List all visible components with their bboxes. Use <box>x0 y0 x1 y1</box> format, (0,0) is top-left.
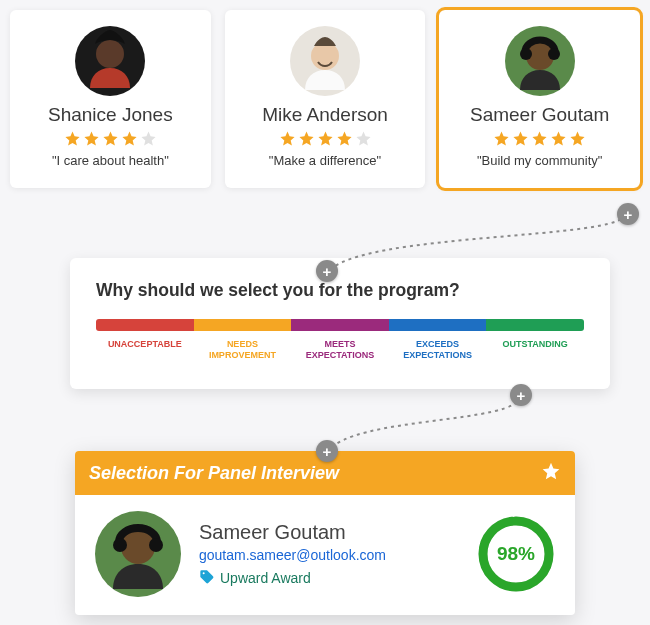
plus-icon: + <box>316 440 338 462</box>
panel-candidate-name: Sameer Goutam <box>199 521 459 544</box>
svg-point-7 <box>548 48 560 60</box>
rating-segment <box>194 319 292 331</box>
star-rating <box>20 130 201 147</box>
star-icon <box>512 130 529 147</box>
rating-segment <box>291 319 389 331</box>
star-icon <box>121 130 138 147</box>
candidate-name: Mike Anderson <box>235 104 416 126</box>
rating-label: MEETSEXPECTATIONS <box>291 337 389 361</box>
star-icon <box>569 130 586 147</box>
award-tag[interactable]: Upward Award <box>199 569 459 588</box>
rating-segment <box>96 319 194 331</box>
candidate-quote: "Build my community" <box>449 153 630 168</box>
rating-segment <box>486 319 584 331</box>
panel-interview-card: Selection For Panel Interview Sameer Gou… <box>75 451 575 615</box>
svg-point-10 <box>113 538 127 552</box>
candidate-quote: "I care about health" <box>20 153 201 168</box>
star-icon <box>531 130 548 147</box>
star-icon <box>83 130 100 147</box>
star-rating <box>235 130 416 147</box>
score-ring: 98% <box>477 515 555 593</box>
candidate-card[interactable]: Shanice Jones "I care about health" <box>10 10 211 188</box>
candidate-card[interactable]: Mike Anderson "Make a difference" <box>225 10 426 188</box>
rating-label: NEEDSIMPROVEMENT <box>194 337 292 361</box>
svg-point-6 <box>520 48 532 60</box>
plus-icon: + <box>316 260 338 282</box>
candidate-card-selected[interactable]: Sameer Goutam "Build my community" <box>439 10 640 188</box>
panel-info: Sameer Goutam goutam.sameer@outlook.com … <box>199 521 459 588</box>
star-rating <box>449 130 630 147</box>
star-icon <box>102 130 119 147</box>
star-icon <box>64 130 81 147</box>
plus-icon: + <box>510 384 532 406</box>
connector-line <box>300 212 630 284</box>
rating-segment <box>389 319 487 331</box>
svg-point-1 <box>96 40 124 68</box>
candidate-name: Sameer Goutam <box>449 104 630 126</box>
award-tag-label: Upward Award <box>220 570 311 586</box>
score-value: 98% <box>477 515 555 593</box>
star-icon <box>550 130 567 147</box>
avatar <box>95 511 181 597</box>
star-icon <box>355 130 372 147</box>
candidate-quote: "Make a difference" <box>235 153 416 168</box>
star-icon <box>298 130 315 147</box>
candidate-cards-row: Shanice Jones "I care about health" Mike… <box>0 0 650 188</box>
svg-point-11 <box>149 538 163 552</box>
avatar <box>75 26 145 96</box>
plus-icon: + <box>617 203 639 225</box>
star-icon <box>279 130 296 147</box>
candidate-name: Shanice Jones <box>20 104 201 126</box>
avatar <box>290 26 360 96</box>
rating-bar <box>96 319 584 331</box>
star-icon <box>317 130 334 147</box>
star-icon <box>493 130 510 147</box>
rating-label: OUTSTANDING <box>486 337 584 361</box>
star-icon <box>541 461 561 485</box>
rating-label: UNACCEPTABLE <box>96 337 194 361</box>
avatar <box>505 26 575 96</box>
rating-labels: UNACCEPTABLE NEEDSIMPROVEMENT MEETSEXPEC… <box>96 337 584 361</box>
panel-candidate-email[interactable]: goutam.sameer@outlook.com <box>199 547 459 563</box>
rating-label: EXCEEDSEXPECTATIONS <box>389 337 487 361</box>
panel-title: Selection For Panel Interview <box>89 463 339 484</box>
star-icon <box>336 130 353 147</box>
tag-icon <box>199 569 215 588</box>
panel-body: Sameer Goutam goutam.sameer@outlook.com … <box>75 495 575 615</box>
star-icon <box>140 130 157 147</box>
